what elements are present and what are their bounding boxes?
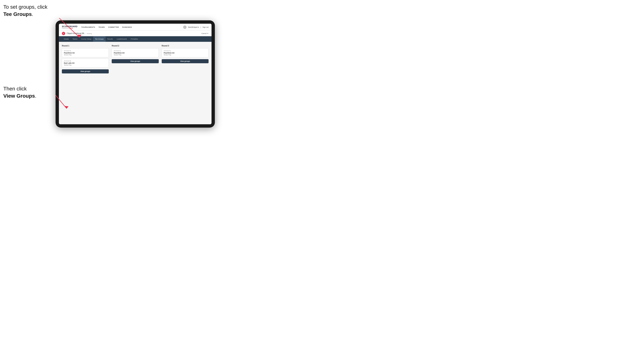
nav-right: U blair@clippd.io | Sign out <box>183 25 208 29</box>
round-1-course-a-card: (Course A) Peachtree GC Stroke Play <box>62 48 109 57</box>
round-3-course-a-format: Stroke Play <box>164 54 206 56</box>
round-3-view-groups-button[interactable]: View groups <box>162 59 208 63</box>
round-2-course-a-format: Stroke Play <box>114 54 156 56</box>
tablet-screen: SCOREBOARD Powered by clippit TOURNAMENT… <box>59 24 212 124</box>
instruction-top-line1: To set groups, click <box>3 4 48 10</box>
round-3-section: Round 3 (Course A) Peachtree GC Stroke P… <box>162 45 208 73</box>
nav-rankings[interactable]: RANKINGS <box>122 26 132 28</box>
instruction-bottom: Then click View Groups. <box>3 85 36 100</box>
round-1-title: Round 1 <box>62 45 109 47</box>
instruction-bottom-period: . <box>35 93 36 99</box>
tab-leaderboards[interactable]: Leaderboards <box>115 36 129 42</box>
round-2-course-a-label: (Course A) <box>114 50 156 52</box>
main-content: Round 1 (Course A) Peachtree GC Stroke P… <box>59 42 212 124</box>
tab-printables[interactable]: Printables <box>129 36 140 42</box>
round-3-course-a-card: (Course A) Peachtree GC Stroke Play <box>162 48 208 57</box>
round-1-section: Round 1 (Course A) Peachtree GC Stroke P… <box>62 45 109 73</box>
round-1-course-b-card: (Course B) East Lake GC Stroke Play <box>62 58 109 67</box>
main-nav-items: TOURNAMENTS TEAMS COMMITTEE RANKINGS <box>81 26 183 28</box>
tournament-name: Clippd Invitational (M... Hosting <box>67 32 201 34</box>
sub-navigation: C Clippd Invitational (M... Hosting Canc… <box>59 31 212 36</box>
round-3-course-a-label: (Course A) <box>164 50 206 52</box>
round-1-course-a-format: Stroke Play <box>64 54 107 56</box>
logo-sub: Powered by clippit <box>62 27 78 29</box>
tournament-logo: C <box>62 32 65 35</box>
round-2-course-a-name: Peachtree GC <box>114 52 156 54</box>
tab-course-setup[interactable]: Course Setup <box>79 36 93 42</box>
tablet-device: SCOREBOARD Powered by clippit TOURNAMENT… <box>56 20 215 128</box>
logo-scoreboard: SCOREBOARD <box>62 25 78 27</box>
round-2-view-groups-button[interactable]: View groups <box>112 59 158 63</box>
rounds-grid: Round 1 (Course A) Peachtree GC Stroke P… <box>62 45 208 73</box>
round-2-course-a-card: (Course A) Peachtree GC Stroke Play <box>112 48 158 57</box>
instruction-top-period: . <box>32 11 33 17</box>
round-1-course-a-name: Peachtree GC <box>64 52 107 54</box>
hosting-badge: Hosting <box>87 33 92 34</box>
round-1-view-groups-button[interactable]: View groups <box>62 69 109 73</box>
tab-details[interactable]: Details <box>62 36 71 42</box>
instruction-bottom-line1: Then click <box>3 86 27 92</box>
sign-out-link[interactable]: Sign out <box>202 26 208 28</box>
tab-results[interactable]: Results <box>106 36 115 42</box>
instruction-top-bold: Tee Groups <box>3 11 32 17</box>
tournament-logo-letter: C <box>63 32 64 34</box>
tabs-bar: Details Teams Course Setup Tee Groups Re… <box>59 36 212 42</box>
nav-tournaments[interactable]: TOURNAMENTS <box>81 26 95 28</box>
nav-committee[interactable]: COMMITTEE <box>108 26 119 28</box>
round-1-course-b-label: (Course B) <box>64 60 107 62</box>
tab-tee-groups[interactable]: Tee Groups <box>93 36 106 42</box>
round-2-title: Round 2 <box>112 45 158 47</box>
logo-c: clippit <box>69 27 73 29</box>
round-2-section: Round 2 (Course A) Peachtree GC Stroke P… <box>112 45 158 73</box>
nav-teams[interactable]: TEAMS <box>98 26 105 28</box>
user-email: blair@clippd.io <box>188 26 199 28</box>
round-3-course-a-name: Peachtree GC <box>164 52 206 54</box>
logo-area: SCOREBOARD Powered by clippit <box>62 25 78 29</box>
logo-text: SCOREBOARD <box>62 25 78 27</box>
round-3-title: Round 3 <box>162 45 208 47</box>
tab-teams[interactable]: Teams <box>71 36 80 42</box>
instruction-bottom-bold: View Groups <box>3 93 35 99</box>
user-avatar: U <box>183 25 186 29</box>
nav-separator: | <box>200 26 201 28</box>
round-1-course-b-format: Stroke Play <box>64 64 107 66</box>
instruction-top: To set groups, click Tee Groups. <box>3 3 48 18</box>
round-1-course-a-label: (Course A) <box>64 50 107 52</box>
cancel-button[interactable]: Cancel ✕ <box>201 32 208 34</box>
top-navigation: SCOREBOARD Powered by clippit TOURNAMENT… <box>59 24 212 31</box>
round-1-course-b-name: East Lake GC <box>64 62 107 64</box>
